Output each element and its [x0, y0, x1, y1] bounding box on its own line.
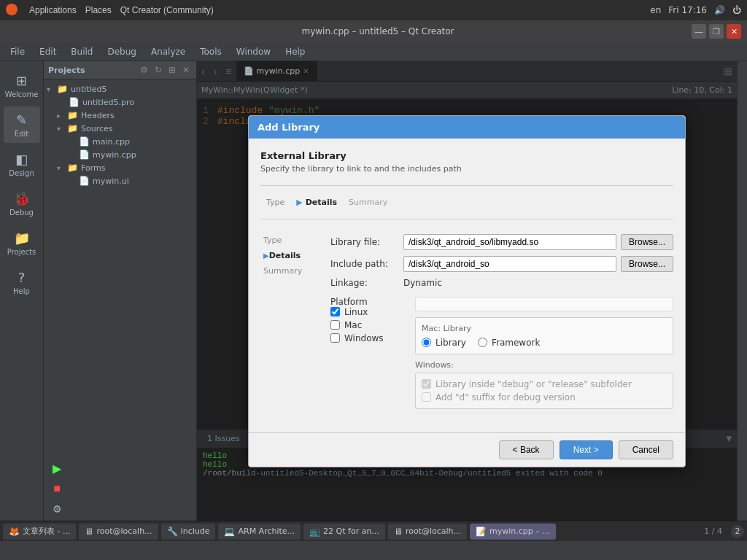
- taskbar-firefox[interactable]: 🦊 文章列表 - ...: [3, 524, 76, 540]
- restore-button[interactable]: ❐: [709, 24, 724, 39]
- include-path-input[interactable]: [403, 256, 616, 272]
- tree-item-forms[interactable]: ▾ 📁 Forms: [44, 161, 196, 174]
- mac-library-radio-row: Library: [422, 338, 466, 348]
- places-menu[interactable]: Places: [85, 5, 112, 15]
- debug-button[interactable]: ⚙: [44, 500, 70, 518]
- close-button[interactable]: ✕: [727, 24, 741, 39]
- taskbar-firefox-label: 文章列表 - ...: [23, 526, 70, 537]
- dialog-content: Type ▶ Details Summary Library file:: [260, 228, 673, 421]
- mac-library-label: Library: [436, 338, 466, 348]
- taskbar-qtcreator[interactable]: 📝 mywin.cpp – ...: [470, 524, 556, 540]
- windows-section: Windows: Library inside "debug" or "rele…: [415, 360, 673, 409]
- right-scrollbar[interactable]: [737, 61, 747, 521]
- taskbar: 🦊 文章列表 - ... 🖥 root@localh... 🔧 include …: [0, 521, 747, 541]
- file-icon: 📄: [69, 97, 80, 107]
- sidebar-item-welcome[interactable]: ⊞ Welcome: [4, 67, 40, 104]
- back-button[interactable]: < Back: [499, 440, 554, 459]
- mac-section-box: Mac: Library Library: [415, 317, 673, 354]
- panel-expand-btn[interactable]: ⊞: [166, 64, 178, 76]
- sidebar-item-edit[interactable]: ✎ Edit: [4, 106, 40, 143]
- windows-subfolder-checkbox[interactable]: [422, 379, 431, 389]
- menu-analyze[interactable]: Analyze: [144, 45, 193, 58]
- nav-summary[interactable]: Summary: [260, 265, 319, 277]
- windows-dsuffix-checkbox[interactable]: [422, 392, 431, 402]
- sidebar-item-projects[interactable]: 📁 Projects: [4, 225, 40, 261]
- tree-item-maincpp[interactable]: 📄 main.cpp: [44, 135, 196, 148]
- taskbar-include[interactable]: 🔧 include: [161, 524, 216, 540]
- window-title: mywin.cpp – untitled5 – Qt Creator: [64, 26, 692, 36]
- dialog-section-desc: Specify the library to link to and the i…: [260, 164, 673, 174]
- sidebar-item-debug[interactable]: 🐞 Debug: [4, 185, 40, 222]
- form-row-include: Include path: Browse...: [330, 256, 673, 272]
- nav-details[interactable]: ▶ Details: [260, 249, 319, 262]
- taskbar-terminal1-label: root@localh...: [96, 526, 152, 536]
- library-file-input[interactable]: [403, 234, 616, 250]
- tree-item-mywinui[interactable]: 📄 mywin.ui: [44, 174, 196, 187]
- step-type[interactable]: Type: [260, 195, 290, 210]
- tree-item-untitled5pro[interactable]: 📄 untitled5.pro: [44, 96, 196, 109]
- taskbar-qt[interactable]: 📺 22 Qt for an...: [303, 524, 385, 540]
- panel-controls: ⚙ ↻ ⊞ ✕: [138, 64, 192, 76]
- next-button[interactable]: Next >: [560, 440, 613, 459]
- power-icon[interactable]: ⏻: [732, 5, 741, 15]
- stop-button[interactable]: ■: [44, 480, 70, 497]
- tree-label: Headers: [81, 111, 115, 120]
- taskbar-terminal1[interactable]: 🖥 root@localh...: [79, 524, 158, 540]
- panel-filter-btn[interactable]: ⚙: [138, 64, 150, 76]
- tree-label: mywin.ui: [93, 176, 129, 186]
- step-arrow: ▶: [296, 198, 302, 207]
- panel-sync-btn[interactable]: ↻: [152, 64, 164, 76]
- mac-framework-radio[interactable]: [478, 338, 487, 347]
- platform-left: Platform Linux Mac: [330, 297, 403, 409]
- menu-file[interactable]: File: [3, 45, 32, 58]
- platform-label: Platform: [330, 297, 403, 307]
- tree-label: untitled5.pro: [82, 98, 134, 107]
- volume-icon[interactable]: 🔊: [714, 5, 725, 15]
- taskbar-qt-label: 22 Qt for an...: [323, 526, 379, 536]
- cancel-button[interactable]: Cancel: [619, 440, 673, 459]
- library-browse-btn[interactable]: Browse...: [621, 234, 673, 250]
- run-button[interactable]: ▶: [44, 459, 70, 477]
- linux-checkbox[interactable]: [330, 307, 340, 316]
- panel-header: Projects ⚙ ↻ ⊞ ✕: [44, 61, 196, 79]
- mac-checkbox[interactable]: [330, 320, 340, 330]
- windows-checkbox[interactable]: [330, 333, 340, 343]
- minimize-button[interactable]: —: [692, 24, 706, 39]
- window-controls: — ❐ ✕: [692, 24, 741, 39]
- mac-framework-label: Framework: [492, 338, 540, 348]
- tree-item-headers[interactable]: ▸ 📁 Headers: [44, 109, 196, 122]
- include-browse-btn[interactable]: Browse...: [621, 256, 673, 272]
- step-summary[interactable]: Summary: [343, 195, 393, 210]
- linux-label: Linux: [344, 307, 368, 317]
- qt-creator-menu[interactable]: Qt Creator (Community): [120, 5, 214, 15]
- tree-item-sources[interactable]: ▾ 📁 Sources: [44, 122, 196, 135]
- panel-close-btn[interactable]: ✕: [180, 64, 192, 76]
- sidebar-label-projects: Projects: [7, 248, 36, 256]
- taskbar-arm[interactable]: 💻 ARM Archite...: [218, 524, 301, 540]
- page-count-badge[interactable]: 2: [731, 525, 744, 538]
- menu-build[interactable]: Build: [63, 45, 100, 58]
- welcome-icon: ⊞: [16, 73, 27, 88]
- sidebar-item-design[interactable]: ◧ Design: [4, 146, 40, 182]
- tree-item-untitled5[interactable]: ▾ 📁 untitled5: [44, 82, 196, 96]
- sidebar-item-help[interactable]: ? Help: [4, 264, 40, 300]
- menu-window[interactable]: Window: [229, 45, 278, 58]
- nav-type[interactable]: Type: [260, 234, 319, 246]
- tree-item-mywincpp[interactable]: 📄 mywin.cpp: [44, 148, 196, 161]
- clock: Fri 17:16: [668, 5, 707, 15]
- taskbar-terminal2[interactable]: 🖥 root@localh...: [388, 524, 467, 540]
- sidebar-label-help: Help: [13, 287, 30, 295]
- mac-framework-radio-row: Framework: [478, 338, 540, 348]
- menu-tools[interactable]: Tools: [193, 45, 229, 58]
- menu-edit[interactable]: Edit: [32, 45, 63, 58]
- windows-option1-row: Library inside "debug" or "release" subf…: [422, 379, 667, 389]
- menu-debug[interactable]: Debug: [100, 45, 143, 58]
- applications-menu[interactable]: Applications: [29, 5, 77, 15]
- step-details[interactable]: ▶ Details: [290, 195, 343, 210]
- file-icon: 📄: [79, 136, 90, 147]
- menu-help[interactable]: Help: [278, 45, 312, 58]
- mac-library-radio[interactable]: [422, 338, 431, 347]
- tree-arrow: ▸: [57, 112, 67, 120]
- windows-label: Windows: [344, 333, 384, 343]
- page-indicator: 1 / 4: [704, 526, 728, 536]
